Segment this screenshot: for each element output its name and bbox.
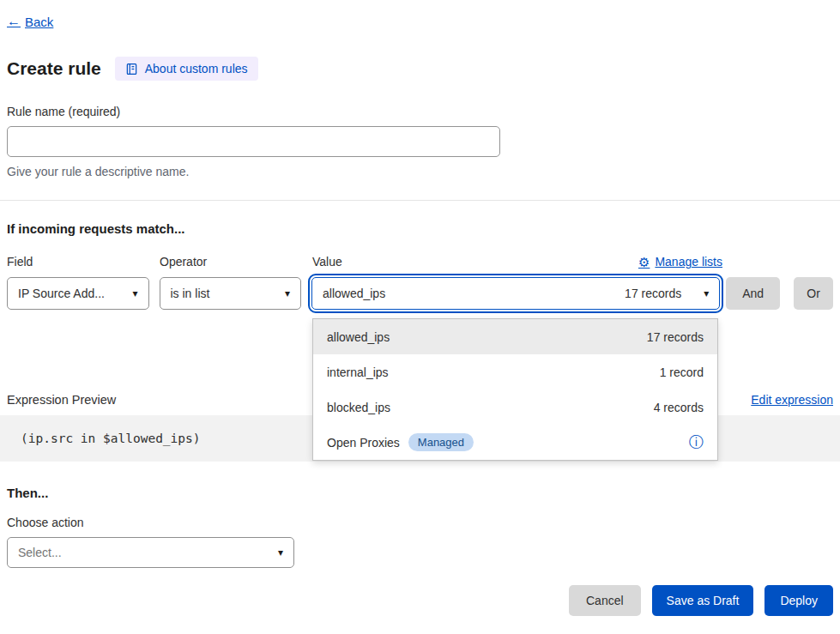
about-custom-rules-label: About custom rules	[145, 62, 248, 75]
chevron-down-icon: ▾	[704, 287, 709, 299]
gear-icon: ⚙	[638, 256, 650, 269]
edit-expression-link[interactable]: Edit expression	[751, 393, 833, 407]
rule-name-input[interactable]	[7, 126, 500, 157]
or-button[interactable]: Or	[794, 277, 833, 310]
list-option-records: 1 record	[660, 365, 704, 379]
list-option-blocked-ips[interactable]: blocked_ips 4 records	[313, 389, 717, 425]
value-select-value: allowed_ips	[323, 287, 385, 300]
chevron-down-icon: ▾	[285, 287, 290, 299]
value-label: Value	[312, 255, 342, 269]
about-custom-rules-link[interactable]: About custom rules	[115, 57, 258, 81]
list-option-name: blocked_ips	[327, 401, 390, 414]
chevron-down-icon: ▾	[278, 546, 283, 559]
action-select[interactable]: Select... ▾	[7, 537, 294, 568]
cancel-button[interactable]: Cancel	[569, 585, 641, 616]
match-controls-row: IP Source Add... ▾ is in list ▾ allowed_…	[7, 277, 833, 310]
managed-badge: Managed	[408, 433, 474, 451]
match-labels-row: Field Operator Value ⚙ Manage lists	[7, 255, 833, 269]
field-select-value: IP Source Add...	[18, 287, 105, 300]
page-title: Create rule	[7, 58, 101, 79]
and-button[interactable]: And	[726, 277, 780, 310]
operator-select[interactable]: is in list ▾	[160, 277, 302, 310]
expression-preview-label: Expression Preview	[7, 393, 116, 407]
back-arrow-icon: ←	[7, 14, 21, 29]
field-label: Field	[7, 255, 149, 269]
value-select-records: 17 records	[625, 287, 681, 300]
footer-actions: Cancel Save as Draft Deploy	[7, 585, 833, 616]
rule-name-label: Rule name (required)	[7, 105, 833, 118]
save-as-draft-button[interactable]: Save as Draft	[652, 585, 754, 616]
list-option-name: internal_ips	[327, 365, 389, 379]
match-section-title: If incoming requests match...	[7, 221, 833, 236]
operator-label: Operator	[160, 255, 302, 269]
list-option-records: 17 records	[647, 330, 704, 344]
rule-name-help-text: Give your rule a descriptive name.	[7, 165, 833, 178]
manage-lists-link[interactable]: ⚙ Manage lists	[638, 255, 722, 269]
book-icon	[125, 63, 138, 75]
list-option-records: 4 records	[654, 401, 704, 414]
back-link[interactable]: ← Back	[7, 14, 53, 29]
create-rule-page: ← Back Create rule About custom rules Ru…	[0, 0, 840, 634]
value-select-wrap: allowed_ips 17 records ▾ allowed_ips 17 …	[311, 277, 720, 310]
section-divider	[0, 200, 840, 201]
deploy-button[interactable]: Deploy	[764, 585, 833, 616]
list-option-name: allowed_ips	[327, 330, 390, 344]
list-dropdown-menu: allowed_ips 17 records internal_ips 1 re…	[312, 318, 718, 461]
field-select[interactable]: IP Source Add... ▾	[7, 277, 149, 310]
chevron-down-icon: ▾	[132, 287, 137, 299]
list-option-open-proxies-left: Open Proxies Managed	[327, 433, 474, 451]
action-select-placeholder: Select...	[18, 546, 62, 559]
list-option-allowed-ips[interactable]: allowed_ips 17 records	[313, 319, 717, 354]
value-label-row: Value ⚙ Manage lists	[312, 255, 722, 269]
operator-select-value: is in list	[171, 287, 210, 300]
value-select[interactable]: allowed_ips 17 records ▾	[311, 277, 720, 310]
then-section-title: Then...	[7, 486, 833, 500]
list-option-internal-ips[interactable]: internal_ips 1 record	[313, 354, 717, 389]
title-row: Create rule About custom rules	[7, 57, 833, 81]
info-icon[interactable]: ⓘ	[689, 435, 704, 450]
list-option-name: Open Proxies	[327, 436, 400, 450]
list-option-open-proxies[interactable]: Open Proxies Managed ⓘ	[313, 425, 717, 460]
back-label: Back	[25, 15, 53, 29]
choose-action-label: Choose action	[7, 516, 833, 529]
manage-lists-label: Manage lists	[655, 255, 722, 269]
